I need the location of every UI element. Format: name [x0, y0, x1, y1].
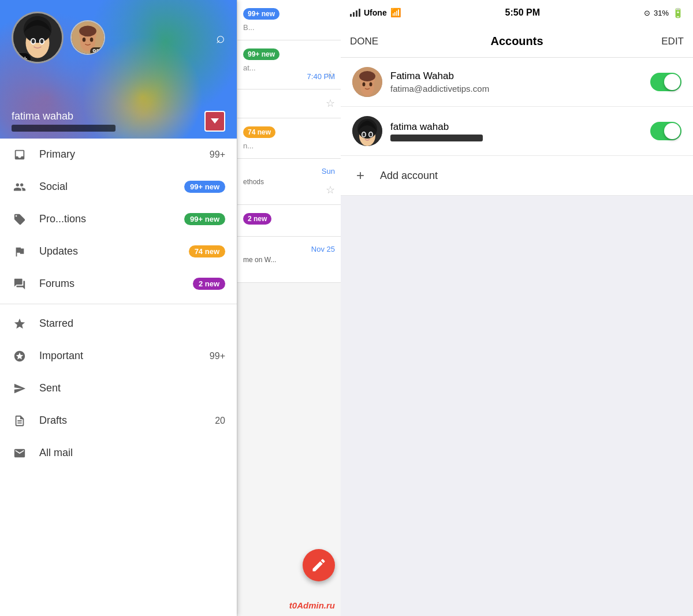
- avatar-secondary[interactable]: 99+: [70, 20, 105, 55]
- sidebar-item-allmail[interactable]: All mail: [0, 437, 237, 469]
- account-avatar-image-1: [352, 67, 382, 97]
- account-row-2: fatima wahab: [341, 107, 693, 156]
- account-dropdown-button[interactable]: [204, 111, 225, 132]
- sidebar-item-promotions[interactable]: Pro...tions 99+ new: [0, 203, 237, 236]
- promotions-label: Pro...tions: [39, 213, 184, 225]
- sidebar: 99+ 99+: [0, 0, 237, 616]
- sidebar-user-text: fatima wahab: [12, 110, 116, 132]
- toggle-knob-2: [664, 123, 680, 139]
- signal-bar-4: [359, 9, 360, 17]
- screen-record-icon: ⊙: [644, 9, 650, 17]
- email-item-7[interactable]: Nov 25 me on W...: [237, 237, 341, 283]
- sidebar-item-social[interactable]: Social 99+ new: [0, 171, 237, 203]
- svg-point-25: [370, 133, 372, 137]
- sidebar-item-forums[interactable]: Forums 2 new: [0, 268, 237, 300]
- avatar-secondary-badge: 99+: [90, 47, 105, 55]
- sidebar-item-drafts[interactable]: Drafts 20: [0, 405, 237, 437]
- email-star-5[interactable]: ☆: [326, 184, 335, 196]
- right-panel: Ufone 📶 5:50 PM ⊙ 31% 🔋 DONE Accounts ED…: [341, 0, 693, 616]
- sidebar-item-important[interactable]: Important 99+: [0, 340, 237, 372]
- starred-label: Starred: [39, 318, 225, 330]
- email-item-1[interactable]: 99+ new B...: [237, 0, 341, 40]
- search-icon[interactable]: ⌕: [216, 29, 225, 47]
- tag-icon: [12, 211, 28, 227]
- flag-icon: [12, 244, 28, 260]
- sidebar-email-redacted: [12, 125, 116, 132]
- sidebar-item-sent[interactable]: Sent: [0, 372, 237, 405]
- signal-bar-2: [353, 12, 355, 17]
- svg-point-16: [359, 71, 375, 81]
- updates-badge: 74 new: [189, 245, 225, 257]
- email-badge-1: 99+ new: [243, 8, 280, 20]
- done-button[interactable]: DONE: [350, 36, 385, 47]
- sidebar-item-primary[interactable]: Primary 99+: [0, 139, 237, 171]
- svg-point-18: [370, 83, 372, 87]
- email-item-6[interactable]: 2 new: [237, 205, 341, 237]
- toggle-knob-1: [664, 74, 680, 90]
- accounts-title: Accounts: [385, 35, 649, 48]
- account-info-2: fatima wahab: [390, 121, 650, 141]
- email-sender-1: B...: [243, 23, 335, 32]
- forums-label: Forums: [39, 278, 193, 290]
- email-star-3[interactable]: ☆: [326, 97, 335, 110]
- accounts-nav-bar: DONE Accounts EDIT: [341, 25, 693, 58]
- email-time-5: Sun: [243, 167, 335, 176]
- compose-button[interactable]: [303, 549, 335, 581]
- social-label: Social: [39, 181, 184, 193]
- email-time-2: 7:40 PM: [243, 72, 335, 81]
- important-icon: [12, 348, 28, 364]
- battery-icon: 🔋: [672, 8, 684, 18]
- svg-point-11: [83, 38, 86, 42]
- email-badge-2: 99+ new: [243, 48, 280, 60]
- forum-icon: [12, 276, 28, 292]
- account-name-2: fatima wahab: [390, 121, 650, 133]
- svg-point-10: [79, 25, 96, 36]
- email-item-5[interactable]: Sun ethods ☆: [237, 159, 341, 205]
- add-account-icon: +: [352, 167, 368, 184]
- email-sender-4: n...: [243, 141, 335, 150]
- left-panel: 99+ 99+: [0, 0, 341, 616]
- updates-label: Updates: [39, 245, 189, 257]
- sidebar-header: 99+ 99+: [0, 0, 237, 139]
- important-count: 99+: [210, 351, 225, 361]
- account-avatar-image-2: [352, 116, 382, 146]
- promotions-badge: 99+ new: [184, 213, 225, 225]
- carrier-name: Ufone: [364, 8, 387, 17]
- account-avatar-1: [352, 67, 382, 97]
- signal-bar-1: [350, 14, 352, 17]
- accounts-list: Fatima Wahab fatima@addictivetips.com: [341, 58, 693, 196]
- email-badge-6: 2 new: [243, 213, 271, 225]
- drafts-icon: [12, 413, 28, 429]
- email-time-7: Nov 25: [243, 245, 335, 253]
- account-toggle-1[interactable]: [650, 73, 681, 91]
- sidebar-item-updates[interactable]: Updates 74 new: [0, 236, 237, 268]
- status-time: 5:50 PM: [505, 8, 540, 18]
- svg-point-5: [32, 39, 35, 43]
- email-item-2[interactable]: 99+ new at... 7:40 PM ☆: [237, 40, 341, 89]
- email-item-3[interactable]: ☆: [237, 89, 341, 118]
- svg-point-17: [363, 83, 366, 87]
- add-account-row[interactable]: + Add account: [341, 156, 693, 196]
- email-star-2[interactable]: ☆: [326, 68, 335, 81]
- avatar-primary-badge: 99+: [12, 53, 31, 64]
- social-badge: 99+ new: [184, 181, 225, 193]
- wifi-icon: 📶: [390, 8, 401, 18]
- account-info-1: Fatima Wahab fatima@addictivetips.com: [390, 70, 650, 94]
- edit-button[interactable]: EDIT: [649, 36, 684, 47]
- account-name-1: Fatima Wahab: [390, 70, 650, 82]
- account-toggle-2[interactable]: [650, 122, 681, 140]
- add-account-label: Add account: [380, 170, 438, 182]
- email-list-partial: 99+ new B... 99+ new at... 7:40 PM ☆ ☆ 7…: [237, 0, 341, 616]
- account-avatar-2: [352, 116, 382, 146]
- signal-icon: [350, 9, 360, 17]
- drafts-count: 20: [215, 416, 225, 426]
- avatar-primary[interactable]: 99+: [12, 12, 64, 64]
- signal-bar-3: [356, 10, 357, 17]
- status-right: ⊙ 31% 🔋: [644, 8, 684, 18]
- sent-label: Sent: [39, 382, 225, 394]
- allmail-label: All mail: [39, 447, 225, 459]
- email-item-4[interactable]: 74 new n...: [237, 118, 341, 159]
- sidebar-item-starred[interactable]: Starred: [0, 308, 237, 340]
- email-badge-4: 74 new: [243, 126, 275, 138]
- inbox-icon: [12, 147, 28, 163]
